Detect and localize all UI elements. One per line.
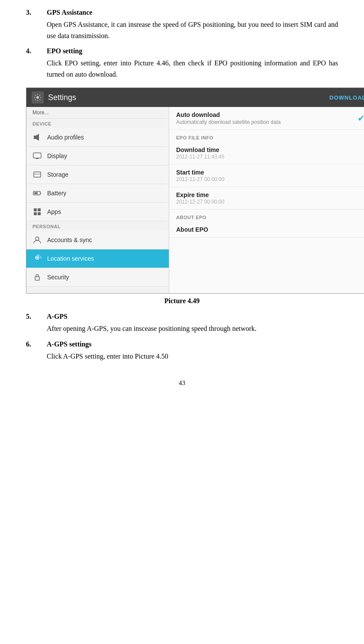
section-6-body: Click A-GPS setting, enter into Picture …	[47, 351, 338, 362]
about-epo-title: About EPO	[176, 226, 364, 233]
sidebar-item-battery[interactable]: Battery	[26, 184, 169, 203]
section-5-body: After opening A-GPS, you can inscease po…	[47, 323, 338, 334]
section-4-content: EPO setting Click EPO setting, enter int…	[47, 47, 338, 80]
sidebar-device-label: DEVICE	[26, 119, 169, 128]
sidebar-item-accounts[interactable]: Accounts & sync	[26, 231, 169, 249]
expire-time-label: Expire time	[176, 191, 364, 198]
security-icon	[32, 272, 42, 282]
sidebar-item-storage[interactable]: Storage	[26, 165, 169, 184]
settings-header-left: Settings	[32, 91, 76, 104]
svg-rect-11	[38, 208, 41, 211]
expire-time-value: 2012-12-27 00:00:00	[176, 199, 364, 205]
sidebar-item-display-label: Display	[47, 152, 67, 159]
start-time-item: Start time 2012-11-27 00:00:00	[169, 165, 364, 187]
section-3: 3. GPS Assistance Open GPS Assistance, i…	[26, 9, 338, 41]
download-time-value: 2012-11-27 11:43:45	[176, 154, 364, 160]
settings-main: More... DEVICE Audio profiles Display St…	[26, 107, 364, 293]
about-epo-item[interactable]: About EPO	[169, 222, 364, 238]
start-time-label: Start time	[176, 169, 364, 176]
screenshot-container: Settings DOWNLOAD More... DEVICE Audio p…	[26, 87, 364, 294]
svg-rect-10	[34, 208, 37, 211]
download-button[interactable]: DOWNLOAD	[329, 94, 364, 101]
download-time-label: Download time	[176, 146, 364, 153]
sidebar-personal-label: PERSONAL	[26, 221, 169, 231]
download-time-item: Download time 2012-11-27 11:43:45	[169, 142, 364, 165]
start-time-value: 2012-11-27 00:00:00	[176, 176, 364, 182]
svg-rect-9	[34, 192, 38, 194]
sidebar-item-storage-label: Storage	[47, 171, 68, 178]
section-4-title: EPO setting	[47, 47, 338, 55]
sidebar-item-audio-label: Audio profiles	[47, 134, 84, 141]
svg-point-16	[36, 257, 38, 259]
section-6-num: 6.	[26, 340, 47, 362]
auto-download-row: Auto download Automatically download sat…	[176, 111, 364, 125]
sidebar-item-apps-label: Apps	[47, 208, 61, 215]
page-number: 43	[26, 379, 338, 387]
section-5-title: A-GPS	[47, 313, 338, 320]
display-icon	[32, 151, 42, 161]
svg-rect-3	[33, 153, 41, 158]
svg-rect-12	[34, 212, 37, 215]
settings-right-panel: Auto download Automatically download sat…	[169, 107, 364, 293]
gear-icon	[34, 94, 42, 101]
section-4: 4. EPO setting Click EPO setting, enter …	[26, 47, 338, 80]
sidebar-item-location-label: Location services	[47, 255, 94, 262]
sidebar-item-apps[interactable]: Apps	[26, 203, 169, 221]
sidebar-item-display[interactable]: Display	[26, 147, 169, 165]
accounts-icon	[32, 235, 42, 245]
audio-icon	[32, 133, 42, 142]
about-epo-label: ABOUT EPO	[169, 211, 364, 222]
auto-download-item[interactable]: Auto download Automatically download sat…	[169, 107, 364, 130]
storage-icon	[32, 170, 42, 179]
section-6-title: A-GPS settings	[47, 340, 338, 348]
expire-time-item: Expire time 2012-12-27 00:00:00	[169, 187, 364, 210]
svg-point-0	[36, 96, 39, 99]
sidebar-item-security-label: Security	[47, 274, 69, 281]
location-icon	[32, 254, 42, 263]
auto-download-subtitle: Automatically download satellite positio…	[176, 119, 280, 125]
svg-rect-5	[34, 172, 41, 177]
auto-download-text: Auto download Automatically download sat…	[176, 111, 280, 125]
battery-icon	[32, 188, 42, 198]
sidebar-item-accounts-label: Accounts & sync	[47, 236, 92, 243]
sidebar-item-battery-label: Battery	[47, 190, 66, 197]
svg-rect-8	[40, 193, 41, 194]
section-3-body: Open GPS Assistance, it can insrease the…	[47, 19, 338, 41]
settings-header: Settings DOWNLOAD	[26, 88, 364, 107]
apps-icon	[32, 207, 42, 217]
section-3-title: GPS Assistance	[47, 9, 338, 16]
sidebar-item-location[interactable]: Location services	[26, 249, 169, 268]
section-5-content: A-GPS After opening A-GPS, you can insce…	[47, 313, 338, 334]
section-4-num: 4.	[26, 47, 47, 80]
section-5-num: 5.	[26, 313, 47, 334]
svg-rect-4	[36, 158, 39, 159]
section-4-body: Click EPO setting, enter into Picture 4.…	[47, 58, 338, 80]
settings-sidebar: More... DEVICE Audio profiles Display St…	[26, 107, 169, 293]
svg-rect-13	[38, 212, 41, 215]
auto-download-check: ✔	[358, 113, 364, 123]
svg-point-14	[35, 237, 39, 240]
auto-download-title: Auto download	[176, 111, 280, 118]
svg-rect-17	[35, 277, 39, 280]
epo-file-info-label: EPO FILE INFO	[169, 132, 364, 142]
sidebar-item-audio[interactable]: Audio profiles	[26, 128, 169, 147]
sidebar-item-security[interactable]: Security	[26, 268, 169, 287]
settings-header-title: Settings	[48, 93, 76, 102]
svg-rect-1	[34, 136, 36, 139]
settings-header-icon	[32, 91, 44, 104]
sidebar-more: More...	[26, 107, 169, 119]
picture-caption: Picture 4.49	[26, 297, 338, 305]
svg-marker-2	[36, 134, 39, 141]
section-6: 6. A-GPS settings Click A-GPS setting, e…	[26, 340, 338, 362]
section-3-content: GPS Assistance Open GPS Assistance, it c…	[47, 9, 338, 41]
section-3-num: 3.	[26, 9, 47, 41]
section-6-content: A-GPS settings Click A-GPS setting, ente…	[47, 340, 338, 362]
section-5: 5. A-GPS After opening A-GPS, you can in…	[26, 313, 338, 334]
